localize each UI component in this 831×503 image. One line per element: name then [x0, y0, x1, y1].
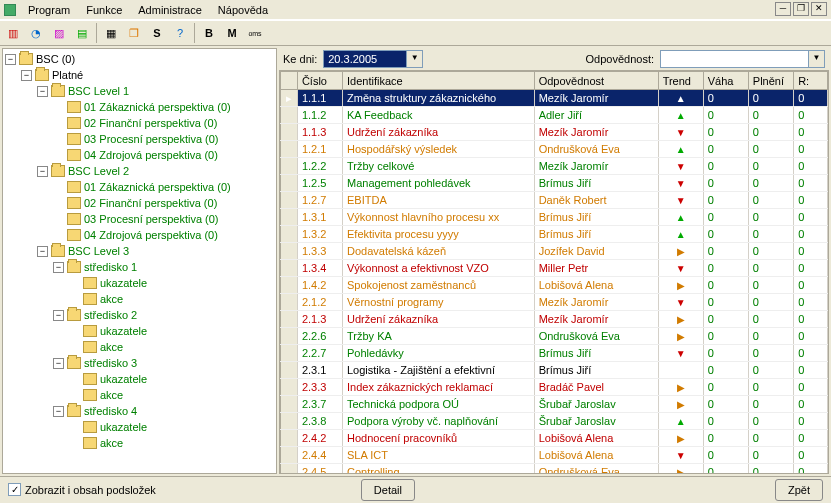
tree-node[interactable]: akce: [5, 291, 274, 307]
folder-icon: [83, 293, 97, 305]
tree-node[interactable]: 03 Procesní perspektiva (0): [5, 131, 274, 147]
m-button[interactable]: M: [221, 22, 243, 44]
back-button[interactable]: Zpět: [775, 479, 823, 501]
data-grid[interactable]: ČísloIdentifikaceOdpovědnostTrendVáhaPln…: [279, 70, 829, 474]
table-row[interactable]: 2.3.7 Technická podpora OÚ Šrubař Jarosl…: [281, 396, 828, 413]
tree-pane[interactable]: − BSC (0) − Platné − BSC Level 1 01 Záka…: [2, 48, 277, 474]
chart-area-icon[interactable]: ▤: [71, 22, 93, 44]
tree-toggle[interactable]: −: [53, 358, 64, 369]
col-header[interactable]: Váha: [703, 72, 748, 90]
col-header[interactable]: Odpovědnost: [534, 72, 658, 90]
tree-node[interactable]: 02 Finanční perspektiva (0): [5, 195, 274, 211]
table-row[interactable]: 2.2.7 Pohledávky Brímus Jiří ▼ 0 0 0: [281, 345, 828, 362]
menu-program[interactable]: Program: [20, 2, 78, 18]
show-subfolders-checkbox[interactable]: ✓: [8, 483, 21, 496]
tree-node[interactable]: 02 Finanční perspektiva (0): [5, 115, 274, 131]
table-row[interactable]: 2.1.2 Věrnostní programy Mezík Jaromír ▼…: [281, 294, 828, 311]
table-row[interactable]: 2.4.2 Hodnocení pracovníků Lobišová Alen…: [281, 430, 828, 447]
tree-node[interactable]: ukazatele: [5, 323, 274, 339]
cell-ident: Hospodářský výsledek: [343, 141, 535, 158]
tree-toggle[interactable]: −: [53, 310, 64, 321]
chevron-down-icon[interactable]: ▼: [808, 51, 824, 67]
window-buttons: ─ ❐ ✕: [775, 2, 827, 16]
table-row[interactable]: 1.3.4 Výkonnost a efektivnost VZO Miller…: [281, 260, 828, 277]
menubar: ProgramFunkceAdministraceNápověda ─ ❐ ✕: [0, 0, 831, 20]
tree-toggle[interactable]: −: [53, 262, 64, 273]
chevron-down-icon[interactable]: ▼: [406, 51, 422, 67]
chart-pie-icon[interactable]: ◔: [25, 22, 47, 44]
tree-node[interactable]: − středisko 2: [5, 307, 274, 323]
tree-node[interactable]: akce: [5, 387, 274, 403]
table-row[interactable]: 1.4.2 Spokojenost zaměstnanců Lobišová A…: [281, 277, 828, 294]
col-header[interactable]: Trend: [658, 72, 703, 90]
table-row[interactable]: 1.2.2 Tržby celkové Mezík Jaromír ▼ 0 0 …: [281, 158, 828, 175]
col-header[interactable]: Plnění: [748, 72, 793, 90]
table-row[interactable]: 1.3.3 Dodavatelská kázeň Jozífek David ▶…: [281, 243, 828, 260]
tree-node[interactable]: − BSC Level 3: [5, 243, 274, 259]
table-row[interactable]: 2.4.4 SLA ICT Lobišová Alena ▼ 0 0 0: [281, 447, 828, 464]
table-row[interactable]: 2.3.3 Index zákaznických reklamací Bradá…: [281, 379, 828, 396]
tree-node[interactable]: − středisko 4: [5, 403, 274, 419]
grid-icon[interactable]: ▦: [100, 22, 122, 44]
table-row[interactable]: 1.1.2 KA Feedback Adler Jiří ▲ 0 0 0: [281, 107, 828, 124]
tree-node[interactable]: ukazatele: [5, 275, 274, 291]
b-button[interactable]: B: [198, 22, 220, 44]
close-button[interactable]: ✕: [811, 2, 827, 16]
tree-node[interactable]: 03 Procesní perspektiva (0): [5, 211, 274, 227]
tree-node[interactable]: − BSC Level 2: [5, 163, 274, 179]
table-row[interactable]: 2.4.5 Controlling Ondrušková Eva ▶ 0 0 0: [281, 464, 828, 475]
tree-node[interactable]: − středisko 3: [5, 355, 274, 371]
tree-node[interactable]: 04 Zdrojová perspektiva (0): [5, 227, 274, 243]
menu-funkce[interactable]: Funkce: [78, 2, 130, 18]
tree-node[interactable]: akce: [5, 435, 274, 451]
cell-ident: Výkonnost hlavního procesu xx: [343, 209, 535, 226]
table-row[interactable]: 1.2.1 Hospodářský výsledek Ondrušková Ev…: [281, 141, 828, 158]
tree-node[interactable]: 01 Zákaznická perspektiva (0): [5, 99, 274, 115]
s-button[interactable]: S: [146, 22, 168, 44]
tree-node[interactable]: − středisko 1: [5, 259, 274, 275]
table-row[interactable]: 1.3.1 Výkonnost hlavního procesu xx Brím…: [281, 209, 828, 226]
chat-icon[interactable]: ❐: [123, 22, 145, 44]
row-indicator: [281, 277, 298, 294]
table-row[interactable]: ▸ 1.1.1 Změna struktury zákaznického Mez…: [281, 90, 828, 107]
minimize-button[interactable]: ─: [775, 2, 791, 16]
resp-dropdown[interactable]: ▼: [660, 50, 825, 68]
table-row[interactable]: 2.3.1 Logistika - Zajištění a efektivní …: [281, 362, 828, 379]
restore-button[interactable]: ❐: [793, 2, 809, 16]
col-header[interactable]: Identifikace: [343, 72, 535, 90]
tree-toggle[interactable]: −: [37, 246, 48, 257]
table-row[interactable]: 2.3.8 Podpora výroby vč. naplňování Šrub…: [281, 413, 828, 430]
col-header[interactable]: R:: [794, 72, 828, 90]
oms-button[interactable]: oms: [244, 22, 266, 44]
tree-node[interactable]: ukazatele: [5, 371, 274, 387]
chart-bar-icon[interactable]: ▥: [2, 22, 24, 44]
tree-toggle[interactable]: −: [37, 166, 48, 177]
table-row[interactable]: 2.2.6 Tržby KA Ondrušková Eva ▶ 0 0 0: [281, 328, 828, 345]
tree-node[interactable]: − BSC Level 1: [5, 83, 274, 99]
col-header[interactable]: Číslo: [297, 72, 342, 90]
tree-node[interactable]: ukazatele: [5, 419, 274, 435]
menu-administrace[interactable]: Administrace: [130, 2, 210, 18]
table-row[interactable]: 1.3.2 Efektivita procesu yyyy Brímus Jiř…: [281, 226, 828, 243]
col-header[interactable]: [281, 72, 298, 90]
tree-toggle[interactable]: −: [5, 54, 16, 65]
chart-line-icon[interactable]: ▨: [48, 22, 70, 44]
tree-node[interactable]: 04 Zdrojová perspektiva (0): [5, 147, 274, 163]
table-row[interactable]: 1.2.7 EBITDA Daněk Robert ▼ 0 0 0: [281, 192, 828, 209]
tree-node[interactable]: − Platné: [5, 67, 274, 83]
tree-node[interactable]: − BSC (0): [5, 51, 274, 67]
table-row[interactable]: 1.1.3 Udržení zákazníka Mezík Jaromír ▼ …: [281, 124, 828, 141]
tree-node[interactable]: 01 Zákaznická perspektiva (0): [5, 179, 274, 195]
tree-toggle[interactable]: −: [37, 86, 48, 97]
cell-number: 1.1.2: [297, 107, 342, 124]
tree-toggle[interactable]: −: [21, 70, 32, 81]
help-icon[interactable]: ?: [169, 22, 191, 44]
date-picker[interactable]: 20.3.2005 ▼: [323, 50, 423, 68]
table-row[interactable]: 1.2.5 Management pohledávek Brímus Jiří …: [281, 175, 828, 192]
tree-node[interactable]: akce: [5, 339, 274, 355]
detail-button[interactable]: Detail: [361, 479, 415, 501]
cell-number: 2.3.1: [297, 362, 342, 379]
tree-toggle[interactable]: −: [53, 406, 64, 417]
menu-nápověda[interactable]: Nápověda: [210, 2, 276, 18]
table-row[interactable]: 2.1.3 Udržení zákazníka Mezík Jaromír ▶ …: [281, 311, 828, 328]
